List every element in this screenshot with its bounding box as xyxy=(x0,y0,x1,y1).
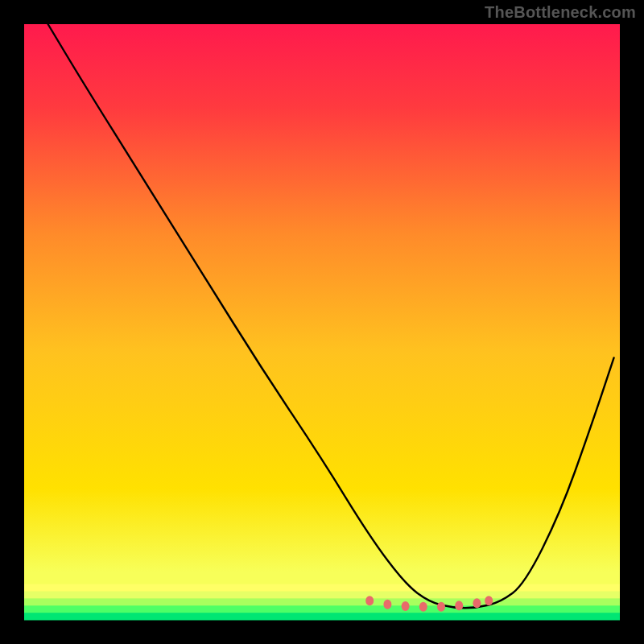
chart-stage: TheBottleneck.com xyxy=(0,0,644,644)
bottleneck-chart xyxy=(0,0,644,644)
highlight-dot xyxy=(419,602,427,612)
highlight-dot xyxy=(402,601,410,611)
green-band xyxy=(24,605,620,613)
green-band xyxy=(24,613,620,620)
highlight-dot xyxy=(473,598,481,608)
plot-background xyxy=(24,24,620,620)
green-band xyxy=(24,591,620,598)
highlight-dot xyxy=(437,602,445,612)
green-band xyxy=(24,598,620,605)
highlight-dot xyxy=(365,596,374,605)
highlight-dot xyxy=(383,600,391,609)
highlight-dot xyxy=(485,596,493,605)
watermark-text: TheBottleneck.com xyxy=(485,3,636,22)
green-band xyxy=(24,584,620,592)
highlight-dot xyxy=(455,601,463,610)
